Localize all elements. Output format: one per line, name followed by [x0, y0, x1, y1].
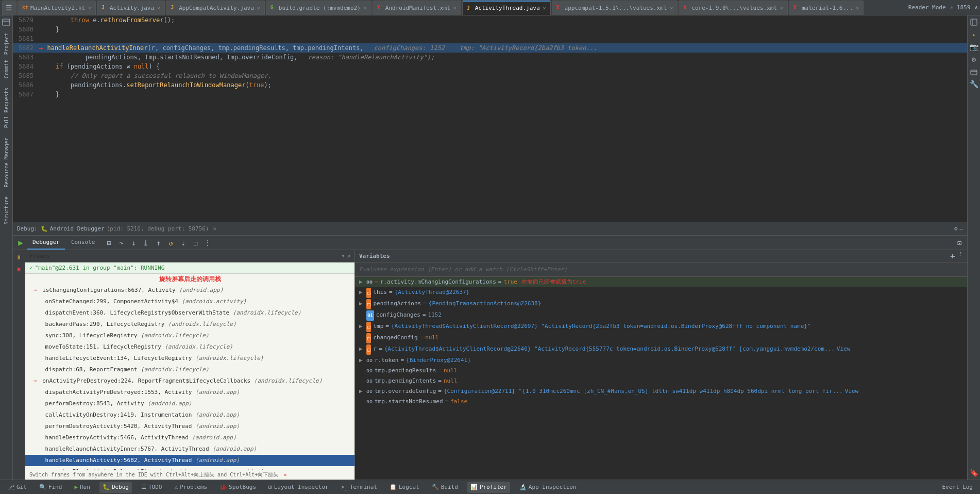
tab-material[interactable]: X material-1.6... ✕ — [789, 1, 864, 15]
frames-filter-btn[interactable]: ▾ — [342, 253, 345, 259]
var-item-pending-actions[interactable]: ▶ □ pendingActions = {PendingTransaction… — [355, 299, 967, 310]
var-item-this[interactable]: ▶ □ this = {ActivityThread@22637} — [355, 287, 967, 299]
right-sidebar-camera-icon[interactable]: 📷 — [968, 41, 979, 53]
var-item-changed-config[interactable]: ▶ □ changedConfig = null — [355, 333, 967, 344]
frame-item-16[interactable]: execute:71, ActivityRelaunchItem (androi… — [25, 466, 354, 470]
bottom-build-btn[interactable]: 🔨 Build — [429, 482, 461, 493]
sidebar-label-resource[interactable]: Resource Manager — [4, 136, 9, 189]
close-switch-note[interactable]: ✕ — [283, 472, 286, 477]
bottom-run-btn[interactable]: ▶ Run — [71, 482, 93, 493]
bottom-profiler-btn[interactable]: 📊 Profiler — [467, 482, 510, 493]
debug-step-into-my-code-btn[interactable]: ⤓ — [140, 237, 151, 249]
sidebar-label-commit[interactable]: Commit — [4, 58, 9, 80]
close-tab-2[interactable]: ✕ — [257, 5, 260, 11]
var-item-config-changes[interactable]: ▶ 01 configChanges = 1152 — [355, 310, 967, 321]
var-item-starts-not-resumed[interactable]: ▶ oo tmp.startsNotResumed = false — [355, 397, 967, 407]
tab-appcompat-activity[interactable]: J AppCompatActivity.java ✕ — [166, 1, 265, 15]
frame-item-1[interactable]: onStateChanged:299, ComponentActivity$4 … — [25, 296, 354, 307]
var-item-pending-intents[interactable]: ▶ oo tmp.pendingIntents = null — [355, 376, 967, 386]
debug-eval-btn[interactable]: ◻ — [190, 237, 201, 249]
debug-settings-btn[interactable]: ⚙ — [954, 225, 958, 232]
var-item-pending-results[interactable]: ▶ oo tmp.pendingResults = null — [355, 366, 967, 376]
frame-item-12[interactable]: performDestroyActivity:5420, ActivityThr… — [25, 421, 354, 432]
debug-force-step-btn[interactable]: ⇣ — [177, 237, 189, 249]
frame-item-9[interactable]: dispatchActivityPreDestroyed:1553, Activ… — [25, 387, 354, 398]
tab-core-values[interactable]: X core-1.9.0\...\values.xml ✕ — [679, 1, 788, 15]
frame-item-3[interactable]: backwardPass:290, LifecycleRegistry (and… — [25, 319, 354, 330]
close-tab-6[interactable]: ✕ — [670, 5, 673, 11]
frame-item-4[interactable]: sync:308, LifecycleRegistry (androidx.li… — [25, 330, 354, 341]
frame-item-0[interactable]: → isChangingConfigurations:6637, Activit… — [25, 285, 354, 296]
right-sidebar-structure-icon[interactable] — [968, 17, 979, 28]
tab-build-gradle[interactable]: G build.gradle (:mvmdemo2) ✕ — [266, 1, 371, 15]
bottom-git-btn[interactable]: ⎇ Git — [4, 482, 30, 493]
var-item-override-config[interactable]: ▶ oo tmp.overrideConfig = {Configuration… — [355, 386, 967, 397]
frame-item-11[interactable]: callActivityOnDestroy:1419, Instrumentat… — [25, 409, 354, 421]
close-tab-7[interactable]: ✕ — [780, 5, 783, 11]
frame-item-6[interactable]: handleLifecycleEvent:134, LifecycleRegis… — [25, 353, 354, 364]
close-tab-5[interactable]: ✕ — [543, 5, 546, 11]
var-item-r-token[interactable]: ▶ oo r.token = {BinderProxy@22641} — [355, 355, 967, 366]
bottom-problems-btn[interactable]: ⚠ Problems — [172, 482, 211, 493]
bottom-terminal-btn[interactable]: >_ Terminal — [338, 482, 380, 493]
debug-stop-btn[interactable]: ◼ — [14, 264, 24, 274]
debug-pause-btn[interactable]: ⏸ — [14, 252, 24, 262]
frames-export-btn[interactable]: ↗ — [347, 253, 350, 259]
frames-list[interactable]: → isChangingConfigurations:6637, Activit… — [25, 285, 354, 470]
right-sidebar-debug-icon[interactable]: 🔧 — [968, 78, 979, 90]
debug-rerun-btn[interactable]: ↺ — [165, 237, 176, 249]
bottom-find-btn[interactable]: 🔍 Find — [36, 482, 65, 493]
tab-android-manifest[interactable]: X AndroidManifest.xml ✕ — [373, 1, 461, 15]
frame-item-10[interactable]: performDestroy:8543, Activity (android.a… — [25, 398, 354, 409]
tab-activity-java[interactable]: J Activity.java ✕ — [97, 1, 165, 15]
close-tab-8[interactable]: ✕ — [856, 5, 859, 11]
scroll-up-btn[interactable]: ∧ — [974, 4, 978, 11]
close-debug-btn[interactable]: ✕ — [213, 225, 216, 232]
frame-item-2[interactable]: dispatchEvent:360, LifecycleRegistry$Obs… — [25, 307, 354, 319]
var-add-btn[interactable]: + — [950, 251, 955, 261]
bottom-event-log-btn[interactable]: Event Log — [939, 482, 976, 493]
bottom-debug-btn[interactable]: 🐛 Debug — [99, 482, 132, 493]
code-content[interactable]: 5679 throw e.rethrowFromServer(); 5680 }… — [13, 15, 967, 222]
bottom-app-inspection-btn[interactable]: 🔬 App Inspection — [516, 482, 580, 493]
close-tab-0[interactable]: ✕ — [88, 5, 91, 11]
debug-layout-btn[interactable]: ⊞ — [103, 237, 114, 249]
sidebar-label-structure[interactable]: Structure — [4, 194, 9, 226]
var-item-r[interactable]: ▶ □ r = {ActivityThread$ActivityClientRe… — [355, 344, 967, 355]
tab-project-icon[interactable]: ☰ — [2, 1, 16, 15]
tab-activity-thread[interactable]: J ActivityThread.java ✕ — [462, 1, 551, 15]
debug-run-btn[interactable]: ▶ — [15, 237, 26, 249]
right-sidebar-settings-icon[interactable]: ⚙ — [968, 54, 979, 65]
close-tab-3[interactable]: ✕ — [364, 5, 367, 11]
debug-more-btn[interactable]: ⋮ — [202, 237, 213, 249]
debug-minimize-btn[interactable]: — — [959, 225, 963, 232]
close-tab-4[interactable]: ✕ — [453, 5, 457, 11]
frame-item-13[interactable]: handleDestroyActivity:5466, ActivityThre… — [25, 432, 354, 443]
debug-step-over-btn[interactable]: ↷ — [115, 237, 127, 249]
var-list[interactable]: ▶ oo → r.activity.mChangingConfiguration… — [355, 277, 967, 480]
tab-appcompat-values[interactable]: X appcompat-1.5.1\...\values.xml ✕ — [552, 1, 678, 15]
frame-item-8[interactable]: → onActivityPreDestroyed:224, ReportFrag… — [25, 375, 354, 387]
frame-item-15[interactable]: handleRelaunchActivity:5682, ActivityThr… — [25, 455, 354, 466]
sidebar-label-project[interactable]: Project — [4, 31, 9, 57]
sidebar-label-pull[interactable]: Pull Requests — [4, 86, 9, 130]
var-r-view-btn[interactable]: View — [837, 344, 851, 354]
bottom-spotbugs-btn[interactable]: 🐞 SpotBugs — [216, 482, 259, 493]
frame-item-5[interactable]: moveToState:151, LifecycleRegistry (andr… — [25, 341, 354, 353]
tab-main-activity[interactable]: kt MainActivity2.kt ✕ — [18, 1, 96, 15]
debug-step-into-btn[interactable]: ↓ — [128, 237, 139, 249]
debug-step-out-btn[interactable]: ↑ — [153, 237, 164, 249]
var-more-btn[interactable]: ⋮ — [957, 251, 963, 261]
var-item-changing-configs[interactable]: ▶ oo → r.activity.mChangingConfiguration… — [355, 277, 967, 287]
frame-item-14[interactable]: handleRelaunchActivityInner:5767, Activi… — [25, 443, 354, 455]
tab-debugger[interactable]: Debugger — [27, 236, 65, 250]
bottom-todo-btn[interactable]: ☰ TODO — [138, 482, 165, 493]
var-override-view-btn[interactable]: View — [845, 387, 859, 396]
debug-layout-toggle-btn[interactable]: ⊡ — [954, 237, 965, 249]
bottom-layout-inspector-btn[interactable]: ⊞ Layout Inspector — [265, 482, 332, 493]
sidebar-project-icon[interactable] — [1, 17, 12, 28]
right-sidebar-build-icon[interactable]: ▸ — [968, 29, 979, 40]
right-sidebar-panel-icon[interactable] — [968, 66, 979, 77]
bottom-logcat-btn[interactable]: 📋 Logcat — [386, 482, 423, 493]
frame-item-7[interactable]: dispatch:68, ReportFragment (androidx.li… — [25, 364, 354, 375]
